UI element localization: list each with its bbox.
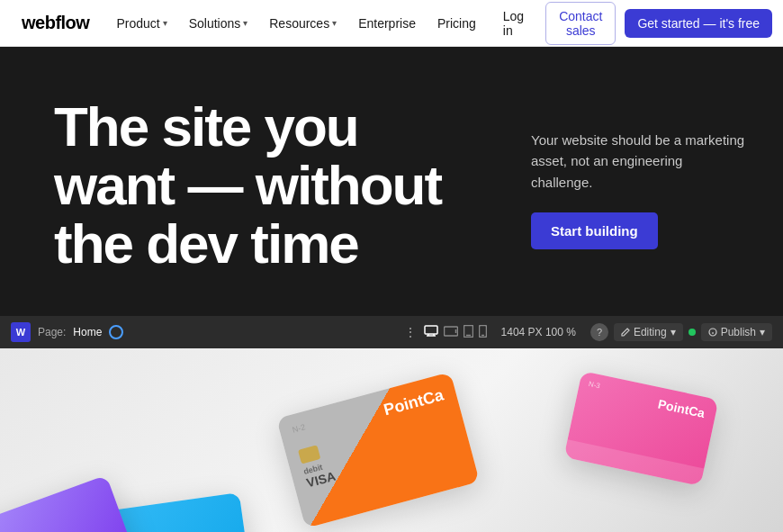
- navbar: webflow Product ▾ Solutions ▾ Resources …: [0, 0, 783, 47]
- nav-item-enterprise[interactable]: Enterprise: [349, 11, 425, 36]
- login-button[interactable]: Log in: [492, 4, 535, 43]
- nav-label-enterprise: Enterprise: [358, 16, 416, 31]
- cards-visual: N-2 debit VISA PointCa N-3 PointCa N-4 P…: [0, 348, 783, 532]
- chevron-down-icon: ▾: [243, 18, 248, 28]
- card-4: [0, 475, 137, 532]
- card-2-number: N-3: [588, 380, 600, 390]
- editor-right-controls: ? Editing ▾ Publish ▾: [590, 323, 772, 341]
- tablet-landscape-icon[interactable]: [444, 325, 458, 339]
- more-options-icon[interactable]: ⋮: [404, 325, 417, 339]
- hero-subtitle: Your website should be a marketing asset…: [531, 130, 747, 193]
- nav-label-pricing: Pricing: [437, 16, 476, 31]
- nav-item-product[interactable]: Product ▾: [107, 11, 176, 36]
- editor-toolbar: W Page: Home ⋮ 1404 PX 100 % ? Editing ▾…: [0, 316, 783, 348]
- card-1-inner: N-2 debit VISA PointCa: [276, 373, 480, 528]
- publish-chevron: ▾: [760, 326, 765, 338]
- device-selector: [424, 325, 487, 340]
- card-2-stripe: [564, 440, 705, 487]
- nav-label-resources: Resources: [269, 16, 329, 31]
- nav-label-solutions: Solutions: [189, 16, 241, 31]
- card-1: N-2 debit VISA PointCa: [276, 373, 480, 528]
- nav-label-product: Product: [116, 16, 159, 31]
- nav-item-solutions[interactable]: Solutions ▾: [180, 11, 257, 36]
- svg-rect-0: [425, 326, 437, 334]
- editing-mode-button[interactable]: Editing ▾: [614, 323, 683, 341]
- chevron-down-icon: ▾: [163, 18, 167, 28]
- webflow-editor-logo: W: [11, 322, 31, 342]
- chevron-down-icon: ▾: [332, 18, 337, 28]
- mobile-icon[interactable]: [479, 325, 487, 340]
- preview-area: N-2 debit VISA PointCa N-3 PointCa N-4 P…: [0, 348, 783, 532]
- nav-item-pricing[interactable]: Pricing: [428, 11, 485, 36]
- hero-section: The site you want — without the dev time…: [0, 47, 783, 316]
- contact-sales-button[interactable]: Contact sales: [545, 2, 616, 45]
- start-building-button[interactable]: Start building: [531, 212, 658, 249]
- card-2: N-3 PointCa: [564, 371, 719, 486]
- hero-left: The site you want — without the dev time: [54, 97, 495, 273]
- brand-logo[interactable]: webflow: [22, 13, 89, 33]
- card-1-brand: PointCa: [382, 386, 446, 420]
- publish-label: Publish: [721, 326, 756, 338]
- refresh-icon[interactable]: [109, 325, 123, 339]
- status-dot: [688, 329, 696, 336]
- help-button[interactable]: ?: [590, 323, 608, 341]
- card-1-chip: [298, 446, 320, 464]
- hero-title: The site you want — without the dev time: [54, 97, 486, 273]
- hero-right: Your website should be a marketing asset…: [531, 97, 747, 249]
- desktop-icon[interactable]: [424, 325, 438, 339]
- card-2-brand: PointCa: [657, 397, 706, 421]
- page-label: Page:: [38, 326, 66, 338]
- nav-item-resources[interactable]: Resources ▾: [260, 11, 346, 36]
- tablet-portrait-icon[interactable]: [464, 325, 473, 340]
- get-started-button[interactable]: Get started — it's free: [625, 9, 772, 38]
- editing-chevron: ▾: [670, 326, 676, 338]
- card-1-number: N-2: [292, 423, 307, 435]
- viewport-size: 1404 PX 100 %: [501, 326, 576, 338]
- editing-label: Editing: [634, 326, 667, 338]
- page-name[interactable]: Home: [73, 326, 102, 338]
- publish-button[interactable]: Publish ▾: [701, 323, 772, 341]
